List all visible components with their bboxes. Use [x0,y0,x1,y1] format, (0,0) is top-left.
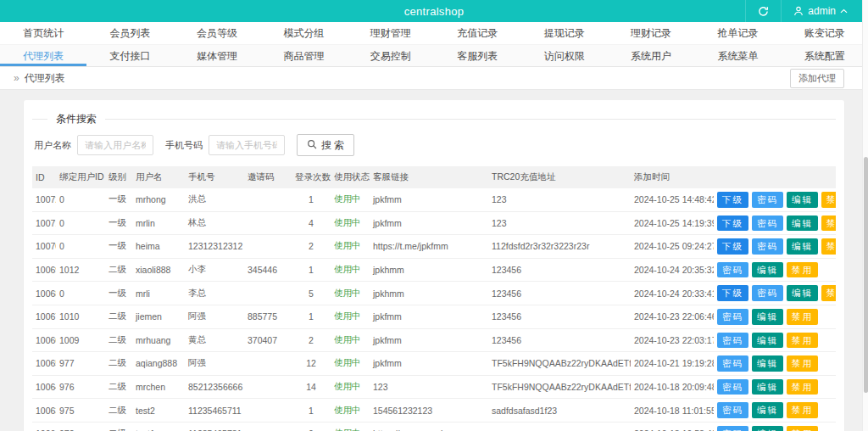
cell-status: 使用中 [331,375,370,399]
action-button-密码[interactable]: 密码 [752,285,783,301]
cell-id: 10069 [32,258,56,282]
cell-login_count: 1 [292,305,331,328]
action-button-编辑[interactable]: 编辑 [752,262,783,278]
action-button-禁用[interactable]: 禁用 [787,333,818,349]
nav-item-交易控制[interactable]: 交易控制 [348,45,434,66]
add-agent-button[interactable]: 添加代理 [790,69,844,88]
nav-item-系统菜单[interactable]: 系统菜单 [694,45,781,66]
cell-level: 二级 [105,328,132,352]
column-header-TRC20充值地址: TRC20充值地址 [488,166,631,188]
nav-item-媒体管理[interactable]: 媒体管理 [174,45,260,66]
user-menu[interactable]: admin [781,0,860,22]
cell-level: 一级 [105,211,132,235]
action-button-密码[interactable]: 密码 [752,216,783,232]
action-button-编辑[interactable]: 编辑 [787,285,818,301]
action-button-编辑[interactable]: 编辑 [787,192,818,208]
nav-item-代理列表[interactable]: 代理列表 [0,45,86,66]
action-button-密码[interactable]: 密码 [717,379,748,395]
action-button-禁用[interactable]: 禁用 [821,192,836,208]
nav-item-会员等级[interactable]: 会员等级 [174,22,260,44]
action-button-禁用[interactable]: 禁用 [821,285,836,301]
action-button-编辑[interactable]: 编辑 [752,333,783,349]
scrollbar-track[interactable] [862,0,868,431]
nav-item-客服列表[interactable]: 客服列表 [434,45,520,66]
cell-bind_user_id: 976 [56,375,105,399]
action-button-编辑[interactable]: 编辑 [752,309,783,325]
nav-item-理财记录[interactable]: 理财记录 [608,22,694,44]
action-button-密码[interactable]: 密码 [717,426,748,431]
cell-created_at: 2024-10-24 20:35:32 [631,258,714,282]
nav-item-充值记录[interactable]: 充值记录 [434,22,520,44]
cell-invite_code: 345446 [244,258,292,282]
cell-status: 使用中 [331,188,370,211]
nav-item-账变记录[interactable]: 账变记录 [782,22,868,44]
scrollbar-thumb[interactable] [864,157,868,393]
action-button-禁用[interactable]: 禁用 [787,402,818,418]
username-input[interactable] [77,135,153,155]
action-button-下级[interactable]: 下级 [717,192,748,208]
action-button-密码[interactable]: 密码 [717,262,748,278]
nav-item-访问权限[interactable]: 访问权限 [520,45,607,66]
cell-level: 二级 [105,352,132,376]
agent-table-body: 100720一级mrhong洪总1使用中jpkfmm1232024-10-25 … [32,188,836,431]
action-button-编辑[interactable]: 编辑 [787,238,818,255]
nav-item-支付接口[interactable]: 支付接口 [86,45,173,66]
cell-trc20_address: 123456 [488,282,631,305]
nav-item-首页统计[interactable]: 首页统计 [0,22,86,44]
cell-actions: 密码编辑禁用 [714,375,836,399]
cell-trc20_address: 123456 [488,328,631,352]
action-button-编辑[interactable]: 编辑 [752,379,783,395]
search-button[interactable]: 搜 索 [297,134,354,156]
cell-status: 使用中 [331,211,370,235]
action-button-禁用[interactable]: 禁用 [787,262,818,278]
cell-id: 10066 [32,328,56,352]
nav-item-系统配置[interactable]: 系统配置 [782,45,868,66]
action-button-禁用[interactable]: 禁用 [821,238,836,255]
cell-id: 10071 [32,211,56,235]
cell-status: 使用中 [331,399,370,423]
action-button-编辑[interactable]: 编辑 [752,355,783,372]
action-button-编辑[interactable]: 编辑 [752,426,783,431]
action-button-禁用[interactable]: 禁用 [821,216,836,232]
cell-phone: 黄总 [185,328,244,352]
action-button-禁用[interactable]: 禁用 [787,355,818,372]
action-button-密码[interactable]: 密码 [717,333,748,349]
cell-phone: 洪总 [185,188,244,211]
cell-status: 使用中 [331,282,370,305]
refresh-button[interactable] [745,0,781,22]
phone-input[interactable] [209,135,285,155]
cell-login_count: 2 [292,235,331,259]
action-button-禁用[interactable]: 禁用 [787,379,818,395]
cell-phone: 11235465781 [185,422,244,431]
search-form: 用户名称 手机号码 搜 索 [32,126,836,166]
action-button-禁用[interactable]: 禁用 [787,309,818,325]
nav-item-抢单记录[interactable]: 抢单记录 [694,22,781,44]
action-button-禁用[interactable]: 禁用 [787,426,818,431]
cell-service_link: jpkhmm [370,282,488,305]
action-button-编辑[interactable]: 编辑 [787,216,818,232]
nav-item-模式分组[interactable]: 模式分组 [260,22,347,44]
nav-item-提现记录[interactable]: 提现记录 [520,22,607,44]
table-header-row: ID绑定用户ID级别用户名手机号邀请码登录次数使用状态客服链接TRC20充值地址… [32,166,836,188]
action-button-密码[interactable]: 密码 [717,309,748,325]
action-button-编辑[interactable]: 编辑 [752,402,783,418]
status-badge: 使用中 [334,311,361,321]
action-button-密码[interactable]: 密码 [752,238,783,255]
action-button-下级[interactable]: 下级 [717,285,748,301]
action-button-下级[interactable]: 下级 [717,238,748,255]
action-button-密码[interactable]: 密码 [717,402,748,418]
cell-invite_code [244,375,292,399]
cell-username: heima [132,235,185,259]
cell-level: 一级 [105,188,132,211]
nav-item-会员列表[interactable]: 会员列表 [86,22,173,44]
cell-service_link: jpkfmm [370,188,488,211]
nav-item-理财管理[interactable]: 理财管理 [348,22,434,44]
cell-trc20_address: sadfdsafasd1f23 [488,399,631,423]
cell-login_count: 1 [292,258,331,282]
action-button-下级[interactable]: 下级 [717,216,748,232]
action-button-密码[interactable]: 密码 [717,355,748,372]
nav-item-系统用户[interactable]: 系统用户 [608,45,694,66]
nav-item-商品管理[interactable]: 商品管理 [260,45,347,66]
column-header-客服链接: 客服链接 [370,166,488,188]
action-button-密码[interactable]: 密码 [752,192,783,208]
